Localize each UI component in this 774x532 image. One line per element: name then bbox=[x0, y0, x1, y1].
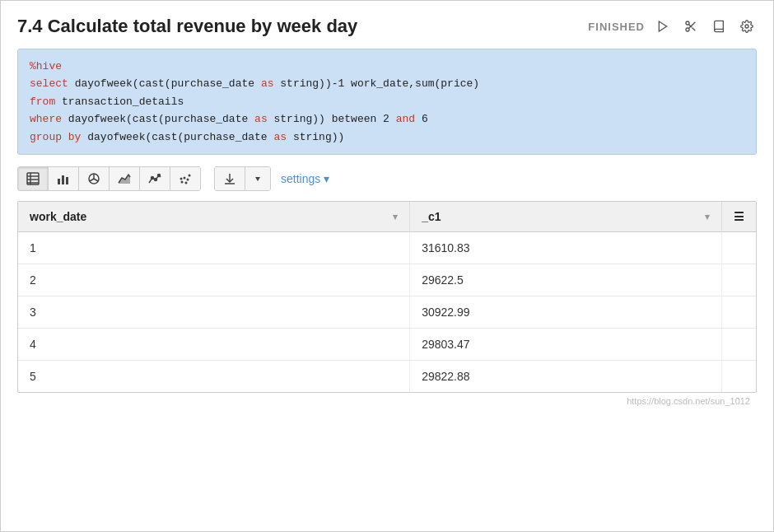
col-options[interactable]: ☰ bbox=[722, 202, 757, 232]
svg-point-20 bbox=[155, 179, 157, 181]
svg-line-17 bbox=[94, 179, 98, 181]
page-title: 7.4 Calculate total revenue by week day bbox=[17, 16, 357, 37]
svg-point-21 bbox=[158, 175, 161, 177]
run-button[interactable] bbox=[653, 18, 673, 35]
table-view-button[interactable] bbox=[18, 167, 49, 190]
visualization-toolbar: settings ▾ bbox=[17, 166, 757, 191]
sort-icon-work-date: ▾ bbox=[393, 212, 398, 222]
cell-work-date: 2 bbox=[18, 264, 410, 296]
code-line-2: select dayofweek(cast(purchase_date as s… bbox=[30, 75, 744, 92]
column-options-icon: ☰ bbox=[734, 210, 744, 223]
cell-empty bbox=[722, 264, 757, 296]
chart-type-group bbox=[17, 166, 201, 191]
cell-c1: 31610.83 bbox=[410, 232, 722, 264]
code-line-3: from transaction_details bbox=[30, 93, 744, 110]
cell-c1: 29803.47 bbox=[410, 329, 722, 361]
cell-empty bbox=[722, 361, 757, 393]
header-actions: FINISHED bbox=[588, 18, 757, 35]
cell-c1: 29622.5 bbox=[410, 264, 722, 296]
table-header-row: work_date ▾ _c1 ▾ ☰ bbox=[18, 202, 756, 232]
svg-marker-30 bbox=[255, 177, 260, 181]
svg-line-4 bbox=[692, 28, 696, 31]
cell-work-date: 5 bbox=[18, 361, 410, 393]
data-table: work_date ▾ _c1 ▾ ☰ bbox=[18, 202, 756, 392]
col-label-c1: _c1 bbox=[422, 210, 441, 223]
svg-rect-13 bbox=[62, 175, 64, 184]
table-row: 131610.83 bbox=[18, 232, 756, 264]
watermark: https://blog.csdn.net/sun_1012 bbox=[17, 393, 757, 408]
sort-icon-c1: ▾ bbox=[705, 212, 710, 222]
pie-chart-button[interactable] bbox=[79, 167, 110, 190]
code-editor[interactable]: %hive select dayofweek(cast(purchase_dat… bbox=[17, 49, 757, 155]
svg-marker-0 bbox=[659, 21, 666, 31]
svg-line-18 bbox=[90, 179, 94, 181]
line-chart-button[interactable] bbox=[140, 167, 170, 190]
settings-label: settings bbox=[281, 172, 320, 185]
settings-button[interactable]: settings ▾ bbox=[281, 172, 329, 185]
svg-point-26 bbox=[180, 178, 183, 180]
bar-chart-button[interactable] bbox=[49, 167, 79, 190]
table-body: 131610.83229622.5330922.99429803.4752982… bbox=[18, 232, 756, 393]
col-label-work-date: work_date bbox=[30, 210, 86, 223]
svg-point-25 bbox=[189, 175, 191, 177]
svg-point-2 bbox=[686, 28, 689, 31]
svg-point-23 bbox=[184, 177, 186, 180]
table-row: 330922.99 bbox=[18, 296, 756, 329]
cell-empty bbox=[722, 232, 757, 264]
cell-work-date: 1 bbox=[18, 232, 410, 264]
svg-rect-14 bbox=[66, 177, 68, 184]
col-header-c1[interactable]: _c1 ▾ bbox=[410, 202, 722, 232]
svg-point-6 bbox=[745, 25, 748, 28]
svg-point-27 bbox=[185, 182, 188, 184]
data-table-wrapper: work_date ▾ _c1 ▾ ☰ bbox=[17, 201, 757, 393]
col-header-work-date[interactable]: work_date ▾ bbox=[18, 202, 410, 232]
scatter-chart-button[interactable] bbox=[170, 167, 200, 190]
svg-point-19 bbox=[152, 177, 154, 180]
code-line-5: group by dayofweek(cast(purchase_date as… bbox=[30, 128, 744, 146]
svg-point-24 bbox=[187, 179, 189, 181]
table-row: 229622.5 bbox=[18, 264, 756, 296]
cell-empty bbox=[722, 296, 757, 329]
svg-point-22 bbox=[181, 181, 184, 184]
area-chart-button[interactable] bbox=[110, 167, 140, 190]
cell-work-date: 3 bbox=[18, 296, 410, 329]
cut-button[interactable] bbox=[681, 18, 701, 35]
status-badge: FINISHED bbox=[588, 21, 645, 33]
book-button[interactable] bbox=[709, 18, 729, 35]
cell-work-date: 4 bbox=[18, 329, 410, 361]
download-button[interactable] bbox=[215, 167, 245, 190]
download-group bbox=[214, 166, 271, 191]
code-line-4: where dayofweek(cast(purchase_date as st… bbox=[30, 110, 744, 128]
download-dropdown-button[interactable] bbox=[245, 167, 270, 190]
cell-c1: 29822.88 bbox=[410, 361, 722, 393]
settings-icon-button[interactable] bbox=[737, 18, 757, 35]
cell-empty bbox=[722, 329, 757, 361]
table-row: 529822.88 bbox=[18, 361, 756, 393]
settings-dropdown-icon: ▾ bbox=[324, 172, 329, 185]
svg-rect-12 bbox=[58, 179, 60, 184]
cell-c1: 30922.99 bbox=[410, 296, 722, 329]
table-row: 429803.47 bbox=[18, 329, 756, 361]
code-line-1: %hive bbox=[30, 58, 744, 75]
